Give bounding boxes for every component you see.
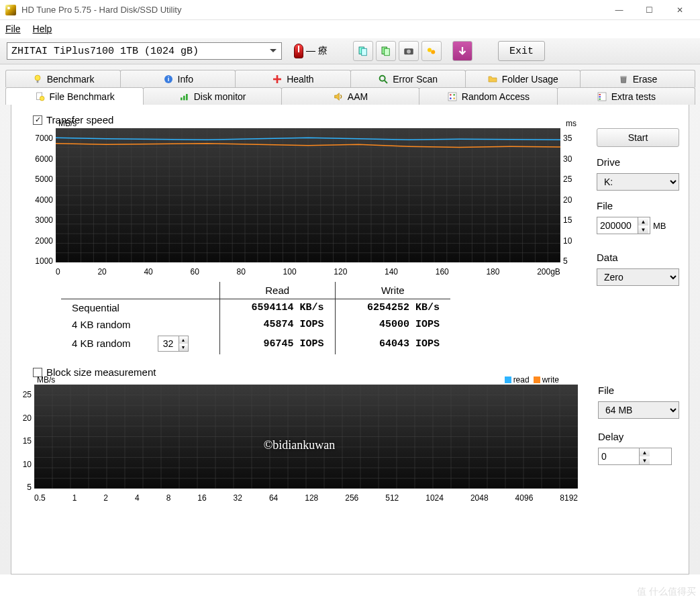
- data-pattern-label: Data: [597, 252, 679, 263]
- block-size-chart: [34, 385, 578, 489]
- results-table: Read Write Sequential6594114 KB/s6254252…: [61, 282, 581, 354]
- title-bar: HD Tune Pro 5.75 - Hard Disk/SSD Utility…: [0, 0, 700, 20]
- maximize-button[interactable]: ☐: [634, 1, 664, 19]
- file-size-unit: MB: [653, 221, 666, 231]
- file-size-down[interactable]: ▼: [638, 225, 648, 234]
- svg-rect-20: [183, 95, 185, 100]
- copy-results-button[interactable]: [376, 41, 396, 61]
- exit-button[interactable]: Exit: [498, 41, 545, 61]
- tab-benchmark[interactable]: Benchmark: [5, 70, 121, 87]
- svg-point-6: [428, 48, 432, 52]
- close-button[interactable]: ✕: [664, 1, 695, 19]
- svg-text:i: i: [167, 76, 169, 83]
- chart2-legend: read write: [505, 375, 559, 385]
- delay-down[interactable]: ▼: [640, 456, 650, 464]
- health-icon: [272, 74, 283, 85]
- random-icon: [447, 91, 458, 102]
- temperature-reading: — 療: [306, 45, 328, 57]
- svg-point-14: [380, 75, 385, 81]
- tab-extra-tests[interactable]: Extra tests: [557, 87, 695, 105]
- queue-depth-spinner[interactable]: ▲▼: [158, 336, 189, 352]
- search-icon: [378, 74, 389, 85]
- delay-label: Delay: [598, 431, 679, 442]
- monitor-icon: [179, 91, 190, 102]
- thermometer-icon: [294, 44, 303, 58]
- transfer-speed-checkbox[interactable]: ✓: [33, 115, 42, 125]
- extra-icon: [597, 91, 607, 102]
- block-file-label: File: [598, 385, 679, 396]
- svg-rect-29: [599, 96, 601, 97]
- svg-line-15: [385, 81, 387, 83]
- tab-aam[interactable]: AAM: [281, 87, 419, 105]
- window-title: HD Tune Pro 5.75 - Hard Disk/SSD Utility: [21, 5, 604, 15]
- svg-rect-16: [620, 76, 626, 77]
- toolbar: — 療 Exit: [0, 38, 700, 64]
- minimize-button[interactable]: —: [604, 1, 634, 19]
- copy-info-button[interactable]: [353, 41, 373, 61]
- tab-error-scan[interactable]: Error Scan: [350, 70, 466, 87]
- chart2-y-unit: MB/s: [37, 375, 55, 385]
- app-icon: [5, 5, 16, 15]
- menu-file[interactable]: File: [5, 23, 21, 34]
- svg-point-7: [431, 50, 435, 54]
- delay-up[interactable]: ▲: [640, 448, 650, 456]
- transfer-speed-chart: [56, 128, 560, 262]
- svg-rect-3: [385, 48, 390, 56]
- col-read: Read: [219, 282, 335, 299]
- svg-rect-28: [599, 94, 601, 95]
- tab-health[interactable]: Health: [235, 70, 350, 87]
- bulb-icon: [32, 74, 43, 85]
- svg-point-24: [453, 94, 455, 96]
- speaker-icon: [333, 91, 344, 102]
- svg-rect-1: [362, 48, 367, 56]
- transfer-speed-label: Transfer speed: [46, 114, 113, 126]
- svg-rect-9: [36, 81, 38, 83]
- tab-info[interactable]: iInfo: [120, 70, 236, 87]
- corner-watermark: 值 什么值得买: [637, 586, 696, 598]
- svg-point-8: [35, 75, 40, 81]
- svg-point-25: [450, 97, 452, 99]
- svg-point-5: [407, 50, 411, 54]
- menu-bar: File Help: [0, 20, 700, 38]
- drive-label: Drive: [597, 156, 679, 168]
- svg-rect-22: [448, 93, 456, 101]
- chart1-y-right-unit: ms: [566, 119, 577, 128]
- menu-help[interactable]: Help: [33, 23, 52, 34]
- file-benchmark-panel: ✓ Transfer speed MB/s ms 700060005000400…: [11, 105, 689, 574]
- screenshot-button[interactable]: [399, 41, 419, 61]
- svg-point-23: [450, 94, 452, 96]
- block-file-select[interactable]: 64 MB: [598, 401, 679, 419]
- folder-icon: [487, 74, 498, 85]
- file-size-label: File: [597, 200, 679, 211]
- queue-depth-input[interactable]: [158, 336, 179, 351]
- svg-rect-30: [599, 98, 601, 99]
- tab-random-access[interactable]: Random Access: [419, 87, 557, 105]
- start-button[interactable]: Start: [597, 128, 679, 147]
- options-button[interactable]: [421, 41, 442, 61]
- file-size-spinner[interactable]: ▲▼: [597, 217, 650, 234]
- col-write: Write: [335, 282, 450, 299]
- drive-letter-select[interactable]: K:: [597, 173, 679, 191]
- data-pattern-select[interactable]: Zero: [597, 268, 679, 286]
- tab-folder-usage[interactable]: Folder Usage: [465, 70, 581, 87]
- file-size-input[interactable]: [597, 217, 638, 234]
- block-size-label: Block size measurement: [46, 366, 156, 378]
- filebulb-icon: [35, 91, 46, 102]
- info-icon: i: [163, 74, 174, 85]
- trash-icon: [618, 74, 629, 85]
- svg-rect-21: [186, 94, 188, 100]
- svg-point-18: [40, 96, 44, 101]
- delay-input[interactable]: [599, 448, 639, 464]
- tab-erase[interactable]: Erase: [580, 70, 695, 87]
- file-size-up[interactable]: ▲: [638, 217, 648, 225]
- delay-spinner[interactable]: ▲▼: [598, 448, 672, 465]
- svg-rect-19: [181, 97, 183, 100]
- tab-disk-monitor[interactable]: Disk monitor: [143, 87, 281, 105]
- save-button[interactable]: [452, 41, 472, 61]
- tabs-container: BenchmarkiInfoHealthError ScanFolder Usa…: [0, 64, 700, 574]
- chart1-y-left-unit: MB/s: [58, 119, 77, 128]
- tab-file-benchmark[interactable]: File Benchmark: [5, 87, 144, 105]
- svg-rect-13: [273, 78, 281, 80]
- drive-dropdown[interactable]: [7, 42, 282, 60]
- svg-point-26: [453, 97, 455, 99]
